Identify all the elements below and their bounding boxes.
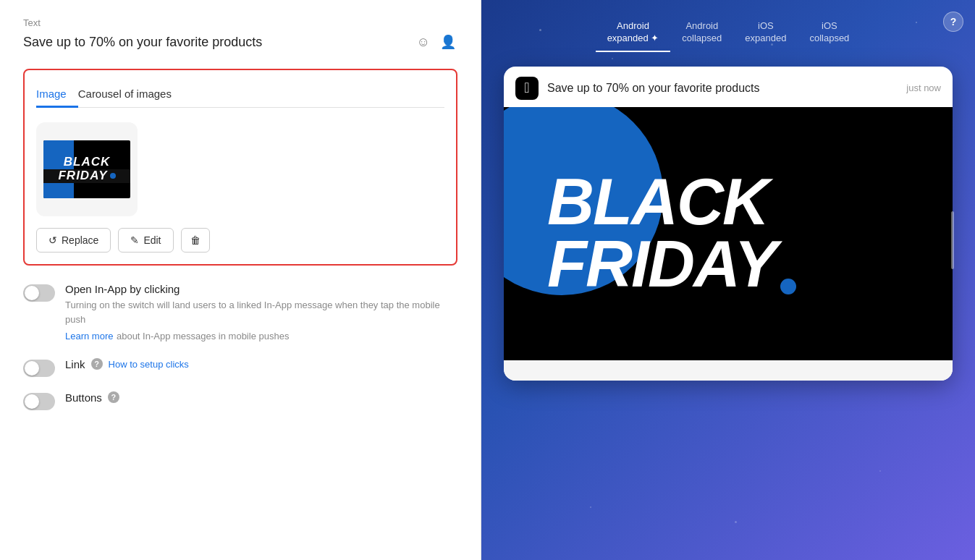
- bf-friday-row: FRIDAY: [547, 234, 953, 296]
- bf-preview-image: BLACK FRIDAY: [43, 140, 130, 198]
- notification-time: just now: [906, 82, 941, 93]
- link-title: Link ? How to setup clicks: [65, 358, 457, 370]
- learn-more-link[interactable]: Learn more: [65, 331, 113, 341]
- tab-image[interactable]: Image: [36, 82, 78, 108]
- notification-card:  Save up to 70% on your favorite produc…: [504, 67, 953, 381]
- link-row: Link ? How to setup clicks: [23, 358, 457, 377]
- open-in-app-title: Open In-App by clicking: [65, 283, 457, 295]
- personalize-icon[interactable]: 👤: [439, 33, 457, 51]
- link-help-icon[interactable]: ?: [91, 358, 103, 370]
- bf-dot: [780, 279, 796, 294]
- buttons-help-icon[interactable]: ?: [108, 391, 119, 403]
- text-icons: ☺ 👤: [415, 33, 457, 51]
- edit-button[interactable]: ✎ Edit: [118, 228, 173, 253]
- buttons-row: Buttons ?: [23, 391, 457, 410]
- buttons-title: Buttons ?: [65, 391, 457, 404]
- notification-bottom-bar: [504, 360, 953, 381]
- notification-header:  Save up to 70% on your favorite produc…: [504, 67, 953, 107]
- right-panel: ? Androidexpanded ✦ Androidcollapsed iOS…: [481, 0, 975, 560]
- preview-tabs: Androidexpanded ✦ Androidcollapsed iOSex…: [481, 0, 975, 52]
- edit-icon: ✎: [130, 234, 139, 246]
- bf-friday-text: FRIDAY: [547, 234, 776, 296]
- bf-black-text: BLACK: [547, 171, 953, 234]
- left-panel: Text Save up to 70% on your favorite pro…: [0, 0, 481, 560]
- open-in-app-row: Open In-App by clicking Turning on the s…: [23, 283, 457, 344]
- tab-ios-expanded[interactable]: iOSexpanded: [733, 14, 798, 52]
- phone-preview:  Save up to 70% on your favorite produc…: [504, 67, 953, 381]
- open-in-app-toggle[interactable]: [23, 284, 55, 302]
- replace-button[interactable]: ↺ Replace: [36, 228, 111, 253]
- scrollbar-hint: [951, 211, 954, 269]
- field-label: Text: [23, 17, 457, 28]
- notif-left:  Save up to 70% on your favorite produc…: [515, 77, 760, 100]
- tab-ios-collapsed[interactable]: iOScollapsed: [798, 14, 861, 52]
- link-content: Link ? How to setup clicks: [65, 358, 457, 373]
- image-action-buttons: ↺ Replace ✎ Edit 🗑: [36, 228, 444, 253]
- help-button[interactable]: ?: [943, 12, 963, 32]
- notification-text: Save up to 70% on your favorite products: [547, 82, 760, 95]
- delete-button[interactable]: 🗑: [181, 228, 210, 253]
- open-in-app-description: Turning on the switch will land users to…: [65, 298, 457, 326]
- learn-more-suffix: about In-App messages in mobile pushes: [117, 331, 289, 341]
- image-tabs: Image Carousel of images: [36, 82, 444, 108]
- trash-icon: 🗑: [190, 234, 201, 246]
- text-value: Save up to 70% on your favorite products: [23, 35, 262, 50]
- buttons-content: Buttons ?: [65, 391, 457, 407]
- open-in-app-content: Open In-App by clicking Turning on the s…: [65, 283, 457, 344]
- tab-android-expanded[interactable]: Androidexpanded ✦: [596, 14, 671, 52]
- tab-android-collapsed[interactable]: Androidcollapsed: [670, 14, 733, 52]
- link-toggle[interactable]: [23, 360, 55, 377]
- setup-clicks-link[interactable]: How to setup clicks: [109, 359, 189, 370]
- image-section: Image Carousel of images BLACK FRIDAY ↺ …: [23, 69, 457, 266]
- bf-large-text: BLACK FRIDAY: [504, 171, 953, 295]
- buttons-toggle[interactable]: [23, 393, 55, 410]
- emoji-icon[interactable]: ☺: [415, 33, 431, 51]
- replace-icon: ↺: [48, 234, 57, 246]
- bf-large-image: BLACK FRIDAY: [504, 107, 953, 360]
- tab-carousel[interactable]: Carousel of images: [78, 82, 183, 108]
- apple-icon: : [515, 77, 539, 100]
- image-preview: BLACK FRIDAY: [36, 122, 138, 216]
